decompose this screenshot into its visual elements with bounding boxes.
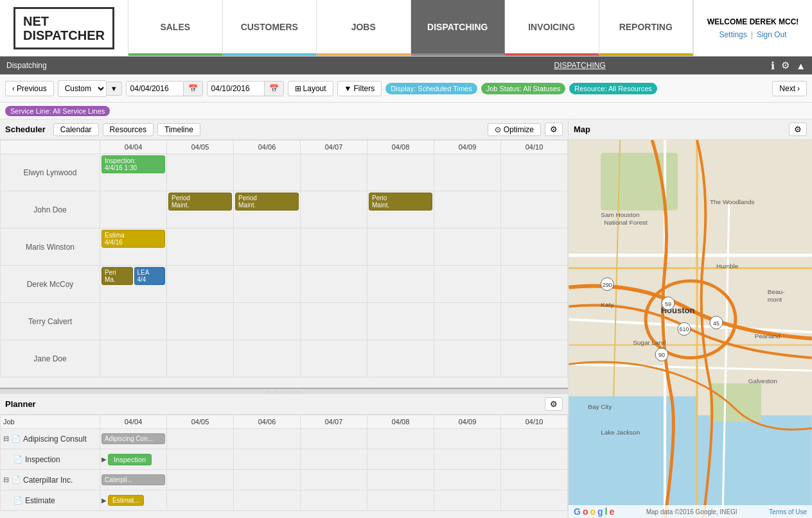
plan-date-col-4: 04/08 xyxy=(367,415,434,429)
next-chevron-icon: › xyxy=(797,84,800,93)
tab-timeline[interactable]: Timeline xyxy=(157,123,200,136)
plan-date-col-1: 04/05 xyxy=(167,415,234,429)
svg-text:Pearland: Pearland xyxy=(755,332,781,340)
sub-header-center-link[interactable]: DISPATCHING xyxy=(389,61,771,70)
settings-link[interactable]: Settings xyxy=(719,30,746,39)
caterpillar-label: Caterpillar Inc. xyxy=(23,476,73,485)
svg-rect-4 xyxy=(710,383,761,422)
nav-item-customers[interactable]: CUSTOMERS xyxy=(223,0,317,56)
planner-grid[interactable]: Job 04/04 04/05 04/06 04/07 04/08 04/09 … xyxy=(0,415,568,518)
sched-row-terry: Terry Calvert xyxy=(1,303,568,340)
inspection-arrow-icon: ▶ xyxy=(102,456,107,463)
tab-calendar[interactable]: Calendar xyxy=(53,123,99,136)
planner-settings-button[interactable]: ⚙ xyxy=(545,397,563,411)
logo-line2: DISPATCHER xyxy=(23,28,105,42)
scheduler-grid[interactable]: 04/04 04/05 04/06 04/07 04/08 04/09 04/1… xyxy=(0,140,568,388)
map-title: Map xyxy=(574,125,789,134)
calendar-icon-from[interactable]: 📅 xyxy=(183,82,202,96)
file-icon-inspection: 📄 xyxy=(13,455,22,463)
event-john-maint2[interactable]: Period Maint. xyxy=(235,193,299,211)
collapse-icon-caterpillar[interactable]: ⊟ xyxy=(3,476,9,484)
plan-row-caterpillar: ⊟ 📄 Caterpillar Inc. Caterpil... xyxy=(1,470,568,490)
prev-chevron-icon: ‹ xyxy=(12,84,15,93)
user-welcome: WELCOME DEREK MCC! xyxy=(707,17,799,26)
signout-link[interactable]: Sign Out xyxy=(757,30,787,39)
plan-row-inspection: 📄 Inspection ▶ Inspection xyxy=(1,449,568,470)
file-icon-adipiscing: 📄 xyxy=(12,435,21,443)
event-inspection[interactable]: Inspection xyxy=(108,454,152,465)
sched-date-col-4: 04/08 xyxy=(367,141,434,154)
event-john-maint3[interactable]: Perio Maint. xyxy=(369,193,432,211)
date-to-input[interactable] xyxy=(207,82,264,96)
sched-date-col-5: 04/09 xyxy=(434,141,501,154)
dropdown-arrow[interactable]: ▼ xyxy=(106,82,122,96)
event-adipiscing[interactable]: Adipiscing Con... xyxy=(102,433,165,444)
svg-text:Beau-: Beau- xyxy=(768,288,785,295)
event-maris-estimate[interactable]: Estima 4/4/16 xyxy=(102,230,165,248)
plan-date-col-0: 04/04 xyxy=(100,415,167,429)
main-content: Scheduler Calendar Resources Timeline ⊙ … xyxy=(0,119,812,518)
sub-header-bar: Dispatching DISPATCHING ℹ ⚙ ▲ xyxy=(0,56,812,74)
event-derek-maint[interactable]: Peri Ma. xyxy=(102,267,133,285)
sched-date-col-0: 04/04 xyxy=(100,141,167,154)
nav-item-jobs[interactable]: JOBS xyxy=(317,0,411,56)
svg-text:The Woodlands: The Woodlands xyxy=(710,198,755,205)
event-estimate[interactable]: Estimat... xyxy=(108,495,144,506)
svg-text:610: 610 xyxy=(680,326,689,332)
event-derek-lea[interactable]: LEA 4/4 xyxy=(134,267,166,285)
estimate-arrow-icon: ▶ xyxy=(102,497,107,504)
sched-row-john: John Doe Period Maint. Period Maint. Per… xyxy=(1,191,568,229)
layout-button[interactable]: ⊞ Layout xyxy=(288,81,333,96)
toolbar-row1: ‹ Previous Custom ▼ 📅 📅 ⊞ Layout ▼ Filte… xyxy=(0,74,812,103)
scheduler-title: Scheduler xyxy=(5,125,46,134)
event-elwyn-inspection[interactable]: Inspection: 4/4/16 1:30 xyxy=(102,155,165,173)
optimize-icon: ⊙ xyxy=(495,125,501,134)
file-icon-caterpillar: 📄 xyxy=(12,476,21,484)
map-settings-button[interactable]: ⚙ xyxy=(789,123,807,136)
calendar-icon-to[interactable]: 📅 xyxy=(264,82,283,96)
scheduler-settings-button[interactable]: ⚙ xyxy=(545,123,563,136)
badge-status[interactable]: Job Status: All Statuses xyxy=(481,83,566,94)
nav-item-sales[interactable]: SALES xyxy=(128,0,223,56)
map-terms-link[interactable]: Terms of Use xyxy=(769,508,807,515)
nav-item-dispatching[interactable]: DISPATCHING xyxy=(411,0,506,56)
map-area[interactable]: Houston Katy Sugar Land Humble Pearland … xyxy=(569,140,812,518)
tab-resources[interactable]: Resources xyxy=(103,123,154,136)
map-data-label: Map data ©2016 Google, INEGI xyxy=(646,508,737,515)
optimize-button[interactable]: ⊙ Optimize xyxy=(488,123,541,136)
collapse-icon-adipiscing[interactable]: ⊟ xyxy=(3,435,9,443)
previous-button[interactable]: ‹ Previous xyxy=(5,81,54,96)
svg-text:National Forest: National Forest xyxy=(604,219,648,226)
nav-item-reporting[interactable]: REPORTING xyxy=(599,0,694,56)
info-icon[interactable]: ℹ xyxy=(771,60,775,72)
date-from-input[interactable] xyxy=(127,82,183,96)
plan-date-col-2: 04/06 xyxy=(234,415,301,429)
svg-text:Katy: Katy xyxy=(601,301,613,308)
scheduler-header: Scheduler Calendar Resources Timeline ⊙ … xyxy=(0,119,568,140)
svg-text:45: 45 xyxy=(713,320,719,327)
svg-text:290: 290 xyxy=(603,282,612,288)
svg-text:90: 90 xyxy=(658,352,665,358)
event-caterpillar[interactable]: Caterpil... xyxy=(102,474,165,485)
up-arrow-icon[interactable]: ▲ xyxy=(796,60,806,71)
badge-service[interactable]: Service Line: All Service Lines xyxy=(5,106,110,116)
range-dropdown[interactable]: Custom xyxy=(58,80,106,97)
sched-date-col-3: 04/07 xyxy=(301,141,367,154)
svg-rect-2 xyxy=(569,396,697,518)
svg-text:Sam Houston: Sam Houston xyxy=(601,211,639,218)
adipiscing-label: Adipiscing Consult xyxy=(23,435,87,444)
date-from-wrap: 📅 xyxy=(126,81,203,96)
map-footer: Google Map data ©2016 Google, INEGI Term… xyxy=(569,505,812,518)
badge-resource[interactable]: Resource: All Resources xyxy=(569,83,657,94)
nav-item-invoicing[interactable]: INVOICING xyxy=(505,0,599,56)
plan-date-col-5: 04/09 xyxy=(434,415,501,429)
date-to-wrap: 📅 xyxy=(207,81,284,96)
badge-display[interactable]: Display: Scheduled Times xyxy=(385,83,477,94)
drag-handle[interactable]: · · · · · xyxy=(0,389,568,394)
layout-grid-icon: ⊞ xyxy=(295,84,301,93)
event-john-maint1[interactable]: Period Maint. xyxy=(168,193,232,211)
filters-button[interactable]: ▼ Filters xyxy=(337,81,382,96)
svg-text:Bay City: Bay City xyxy=(588,403,612,410)
next-button[interactable]: Next › xyxy=(772,81,807,96)
settings-gear-icon[interactable]: ⚙ xyxy=(781,60,790,71)
